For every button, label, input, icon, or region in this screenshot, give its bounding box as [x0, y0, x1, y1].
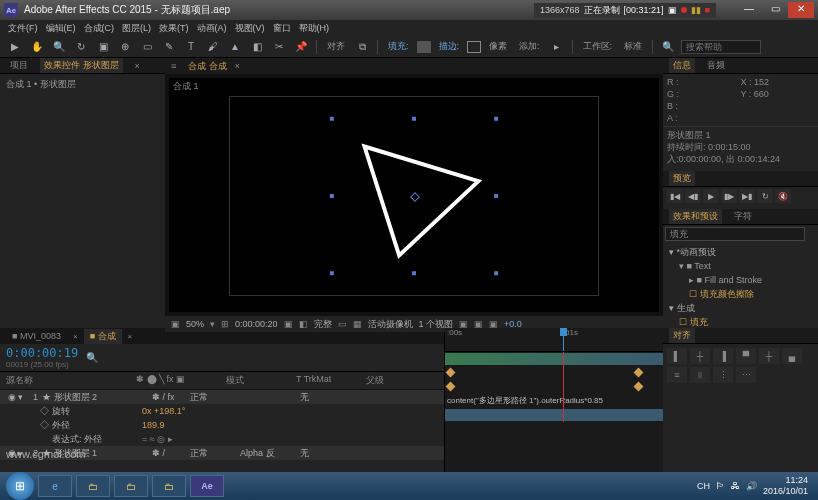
taskbar-ie-icon[interactable]: e	[38, 475, 72, 497]
stamp-tool[interactable]: ▲	[226, 39, 244, 55]
preset-fillstroke[interactable]: ▸ ■ Fill and Stroke	[669, 273, 812, 287]
layer-track[interactable]	[445, 352, 663, 366]
composition-viewer[interactable]: 合成 1	[169, 78, 659, 312]
snap-label[interactable]: 对齐	[323, 40, 349, 53]
tl-tab-comp[interactable]: ■ 合成	[84, 329, 122, 344]
expression-track[interactable]: content("多边星形路径 1").outerRadius*0.85	[445, 394, 663, 408]
tray-sound-icon[interactable]: 🔊	[746, 481, 757, 491]
distribute-button[interactable]: ≡	[667, 367, 687, 383]
taskbar-explorer-icon[interactable]: 🗀	[76, 475, 110, 497]
parent-dropdown[interactable]: 无	[300, 391, 360, 404]
current-time[interactable]: 0:00:00:20	[235, 319, 278, 329]
menu-edit[interactable]: 编辑(E)	[44, 22, 78, 35]
brush-tool[interactable]: 🖌	[204, 39, 222, 55]
camera-tool[interactable]: ▣	[94, 39, 112, 55]
trkmat[interactable]: Alpha 反	[240, 447, 300, 460]
distribute-button[interactable]: ⫴	[690, 367, 710, 383]
tab-character[interactable]: 字符	[730, 209, 756, 224]
anchor-tool[interactable]: ⊕	[116, 39, 134, 55]
loop-button[interactable]: ↻	[757, 189, 773, 203]
parent-dropdown[interactable]: 无	[300, 447, 360, 460]
preset-fillwipe[interactable]: ☐ 填充颜色擦除	[669, 287, 812, 301]
zoom-level[interactable]: 50%	[186, 319, 204, 329]
tab-align[interactable]: 对齐	[669, 328, 695, 343]
pause-icon[interactable]: ▮▮	[691, 5, 701, 15]
layer-track[interactable]	[445, 408, 663, 422]
puppet-tool[interactable]: 📌	[292, 39, 310, 55]
tl-tab-footage[interactable]: ■ MVI_0083	[6, 330, 67, 342]
effects-search[interactable]	[665, 227, 805, 241]
blend-mode[interactable]: 正常	[190, 391, 240, 404]
tab-audio[interactable]: 音频	[703, 58, 729, 73]
time-ruler[interactable]: :00s 01s	[445, 328, 663, 352]
tab-composition[interactable]: 合成 合成	[188, 60, 227, 73]
tl-tab-close-icon[interactable]: ×	[128, 332, 133, 341]
close-button[interactable]: ✕	[788, 2, 814, 18]
grid-icon[interactable]: ⊞	[221, 319, 229, 329]
stroke-swatch[interactable]	[467, 41, 481, 53]
tl-tab-close-icon[interactable]: ×	[73, 332, 78, 341]
snap-toggle[interactable]: ⧉	[353, 39, 371, 55]
tab-close-icon[interactable]: ×	[235, 61, 240, 71]
transparency-icon[interactable]: ▦	[353, 319, 362, 329]
fill-label[interactable]: 填充:	[384, 40, 413, 53]
menu-view[interactable]: 视图(V)	[233, 22, 267, 35]
keyframe-track[interactable]	[445, 380, 663, 394]
eraser-tool[interactable]: ◧	[248, 39, 266, 55]
text-tool[interactable]: T	[182, 39, 200, 55]
snapshot-icon[interactable]: ▣	[284, 319, 293, 329]
menu-window[interactable]: 窗口	[271, 22, 293, 35]
tab-project[interactable]: 项目	[6, 58, 32, 73]
roto-tool[interactable]: ✂	[270, 39, 288, 55]
rect-tool[interactable]: ▭	[138, 39, 156, 55]
tab-preview[interactable]: 预览	[669, 171, 695, 186]
align-hcenter-button[interactable]: ┼	[690, 348, 710, 364]
preset-text[interactable]: ▾ ■ Text	[669, 259, 812, 273]
windows-taskbar[interactable]: ⊞ e 🗀 🗀 🗀 Ae CH 🏳 🖧 🔊 11:24 2016/10/01	[0, 472, 818, 500]
ime-lang[interactable]: CH	[697, 481, 710, 491]
menu-effect[interactable]: 效果(T)	[157, 22, 191, 35]
align-right-button[interactable]: ▐	[713, 348, 733, 364]
align-top-button[interactable]: ▀	[736, 348, 756, 364]
next-frame-button[interactable]: ▮▶	[721, 189, 737, 203]
prop-rotation[interactable]: ◇ 旋转	[28, 405, 138, 418]
last-frame-button[interactable]: ▶▮	[739, 189, 755, 203]
keyframe-track[interactable]	[445, 366, 663, 380]
resolution[interactable]: 完整	[314, 318, 332, 331]
start-button[interactable]: ⊞	[6, 472, 34, 500]
visibility-icon[interactable]: ◉	[6, 392, 18, 402]
add-label[interactable]: 添加:	[515, 40, 544, 53]
comp-canvas[interactable]	[229, 96, 599, 296]
search-icon[interactable]: 🔍	[86, 352, 98, 363]
camera-label[interactable]: 活动摄像机	[368, 318, 413, 331]
blend-mode[interactable]: 正常	[190, 447, 240, 460]
stroke-label[interactable]: 描边:	[435, 40, 464, 53]
property-row[interactable]: ◇ 外径 189.9	[0, 418, 444, 432]
workspace-value[interactable]: 标准	[620, 40, 646, 53]
add-dropdown-icon[interactable]: ▸	[548, 39, 566, 55]
col-mode[interactable]: 模式	[226, 374, 296, 387]
menu-file[interactable]: 文件(F)	[6, 22, 40, 35]
menu-animation[interactable]: 动画(A)	[195, 22, 229, 35]
zoom-dropdown-icon[interactable]: ▾	[210, 319, 215, 329]
rotate-tool[interactable]: ↻	[72, 39, 90, 55]
stop-icon[interactable]: ■	[705, 5, 710, 15]
channel-icon[interactable]: ◧	[299, 319, 308, 329]
expression-row[interactable]: 表达式: 外径 = ≈ ◎ ▸	[0, 432, 444, 446]
menu-comp[interactable]: 合成(C)	[82, 22, 117, 35]
prop-rotation-value[interactable]: 0x +198.1°	[142, 406, 185, 416]
fill-swatch[interactable]	[417, 41, 431, 53]
distribute-button[interactable]: ⋯	[736, 367, 756, 383]
taskbar-qq-icon[interactable]: 🗀	[114, 475, 148, 497]
search-input[interactable]	[681, 40, 761, 54]
col-parent[interactable]: 父级	[366, 374, 426, 387]
pen-tool[interactable]: ✎	[160, 39, 178, 55]
maximize-button[interactable]: ▭	[762, 2, 788, 18]
mute-button[interactable]: 🔇	[775, 189, 791, 203]
menu-help[interactable]: 帮助(H)	[297, 22, 332, 35]
col-trkmat[interactable]: T TrkMat	[296, 374, 366, 387]
preset-group[interactable]: ▾ *动画预设	[669, 245, 812, 259]
effect-fill[interactable]: ☐ 填充	[669, 315, 812, 329]
tab-effects-presets[interactable]: 效果和预设	[669, 209, 722, 224]
prev-frame-button[interactable]: ◀▮	[685, 189, 701, 203]
